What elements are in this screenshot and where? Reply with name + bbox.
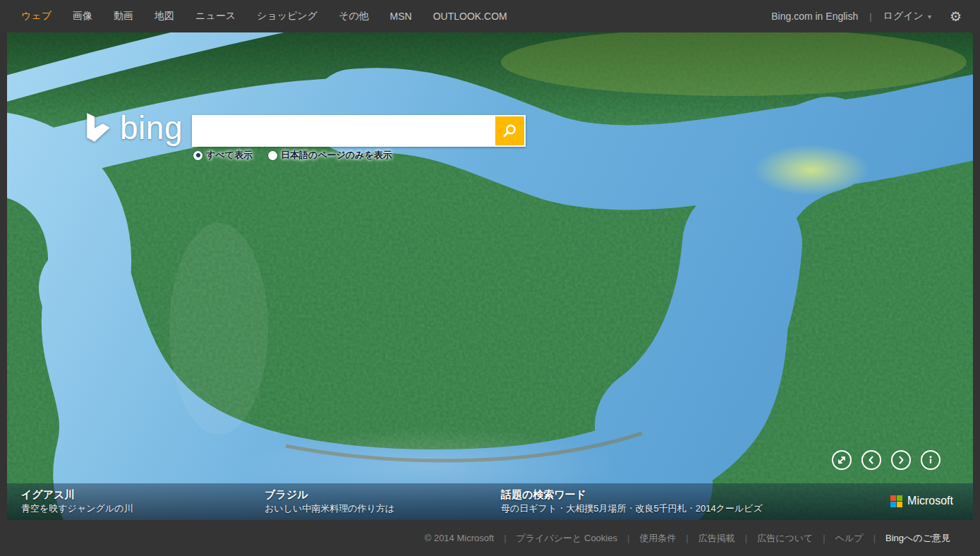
image-title: イグアス川 <box>21 488 133 502</box>
trending-separator: ・ <box>686 503 696 514</box>
info-icon <box>925 454 936 466</box>
trending-title: 話題の検索ワード <box>501 488 763 502</box>
footer-link-advertise[interactable]: 広告掲載 <box>698 532 735 545</box>
nav-right: Bing.com in English | ログイン ▾ ⚙ <box>771 10 962 23</box>
expand-icon <box>836 454 847 466</box>
search-box <box>192 115 526 147</box>
microsoft-logo: Microsoft <box>890 495 953 507</box>
footer-link-help[interactable]: ヘルプ <box>835 532 864 545</box>
fullscreen-button[interactable] <box>832 450 852 470</box>
bing-logo: bing <box>85 110 183 145</box>
footer-link-about-ads[interactable]: 広告について <box>757 532 813 545</box>
chevron-right-icon <box>895 454 907 466</box>
chevron-left-icon <box>866 454 877 466</box>
footer-separator: | <box>745 533 747 543</box>
footer-separator: | <box>873 533 876 543</box>
top-navigation: ウェブ 画像 動画 地図 ニュース ショッピング その他 MSN OUTLOOK… <box>0 0 980 32</box>
trending-searches: 話題の検索ワード 母の日ギフト・大相撲5月場所・改良5千円札・2014クールビズ <box>501 488 763 515</box>
nav-separator: | <box>869 11 871 22</box>
image-info-bar: イグアス川 青空を映すジャングルの川 ブラジル おいしい中南米料理の作り方は 話… <box>7 483 973 520</box>
search-icon <box>501 122 519 140</box>
gear-icon[interactable]: ⚙ <box>950 10 962 23</box>
radio-selected-icon <box>193 151 202 160</box>
nav-item-web[interactable]: ウェブ <box>21 10 52 23</box>
footer-link-terms[interactable]: 使用条件 <box>639 532 676 545</box>
search-input[interactable] <box>199 115 485 147</box>
trending-link[interactable]: 2014クールビズ <box>696 503 763 514</box>
microsoft-logo-text: Microsoft <box>907 495 953 507</box>
nav-item-outlook[interactable]: OUTLOOK.COM <box>433 11 507 22</box>
login-label: ログイン <box>883 10 924 23</box>
nav-item-msn[interactable]: MSN <box>390 11 412 22</box>
microsoft-logo-icon <box>890 495 902 507</box>
nav-links: ウェブ 画像 動画 地図 ニュース ショッピング その他 MSN OUTLOOK… <box>21 10 507 23</box>
footer-link-feedback[interactable]: Bingへのご意見 <box>885 532 950 545</box>
bing-logo-icon <box>85 110 111 145</box>
trending-link[interactable]: 改良5千円札 <box>635 503 686 514</box>
nav-item-more[interactable]: その他 <box>339 10 369 23</box>
trending-separator: ・ <box>626 503 635 514</box>
related-title[interactable]: ブラジル <box>265 488 394 502</box>
filter-all-label: すべて表示 <box>206 149 253 162</box>
footer-separator: | <box>627 533 629 543</box>
hero-photo-stage: bing すべて表示 日本語のページのみを表示 <box>7 32 973 520</box>
footer-separator: | <box>686 533 688 543</box>
search-button[interactable] <box>495 116 524 145</box>
nav-item-videos[interactable]: 動画 <box>114 10 133 23</box>
search-filters: すべて表示 日本語のページのみを表示 <box>193 149 392 162</box>
trending-list: 母の日ギフト・大相撲5月場所・改良5千円札・2014クールビズ <box>501 502 763 515</box>
footer-separator: | <box>823 533 825 543</box>
trending-link[interactable]: 母の日ギフト <box>501 503 557 514</box>
image-caption: イグアス川 青空を映すジャングルの川 <box>21 488 133 515</box>
login-button[interactable]: ログイン ▾ <box>883 10 931 23</box>
background-photo <box>7 32 973 520</box>
footer-link-privacy[interactable]: プライバシーと Cookies <box>516 532 617 545</box>
related-caption: ブラジル おいしい中南米料理の作り方は <box>265 488 394 515</box>
filter-japanese-label: 日本語のページのみを表示 <box>281 149 392 162</box>
footer-links: © 2014 Microsoft | プライバシーと Cookies | 使用条… <box>425 532 950 545</box>
nav-item-news[interactable]: ニュース <box>195 10 236 23</box>
nav-item-shopping[interactable]: ショッピング <box>257 10 317 23</box>
nav-item-images[interactable]: 画像 <box>73 10 92 23</box>
page-footer: © 2014 Microsoft | プライバシーと Cookies | 使用条… <box>0 520 980 556</box>
nav-item-maps[interactable]: 地図 <box>155 10 174 23</box>
trending-separator: ・ <box>557 503 566 514</box>
trending-link[interactable]: 大相撲5月場所 <box>566 503 626 514</box>
next-image-button[interactable] <box>891 450 911 470</box>
footer-separator: | <box>504 533 506 543</box>
chevron-down-icon: ▾ <box>928 13 931 20</box>
bing-in-english-link[interactable]: Bing.com in English <box>771 11 858 22</box>
filter-japanese-only[interactable]: 日本語のページのみを表示 <box>268 149 392 162</box>
previous-image-button[interactable] <box>861 450 881 470</box>
copyright-text: © 2014 Microsoft <box>425 533 494 543</box>
filter-all-results[interactable]: すべて表示 <box>193 149 253 162</box>
image-subtitle: 青空を映すジャングルの川 <box>21 502 133 515</box>
image-controls <box>832 450 940 470</box>
bing-logo-text: bing <box>120 111 183 144</box>
related-subtitle-link[interactable]: おいしい中南米料理の作り方は <box>265 502 394 515</box>
radio-unselected-icon <box>268 151 277 160</box>
image-info-button[interactable] <box>921 450 940 470</box>
